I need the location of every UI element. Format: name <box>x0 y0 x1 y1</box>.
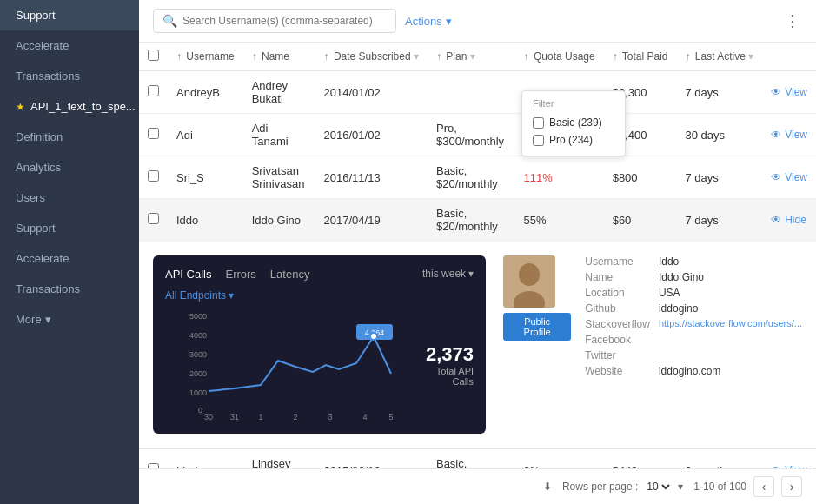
filter-dropdown: Filter Basic (239) Pro (234) <box>521 90 626 156</box>
sidebar-item-analytics[interactable]: Analytics <box>0 152 139 182</box>
user-facebook <box>659 334 802 346</box>
cell-date: 2016/11/13 <box>315 156 428 199</box>
table-row-expanded: Iddo Iddo Gino 2017/04/19 Basic, $20/mon… <box>139 199 816 242</box>
row-checkbox-cell[interactable] <box>139 114 168 156</box>
expanded-panel: API Calls Errors Latency this week ▾ <box>139 242 816 448</box>
sidebar-item-support1[interactable]: Support <box>0 0 139 30</box>
sidebar-item-transactions2[interactable]: Transactions <box>0 274 139 304</box>
row-checkbox[interactable] <box>148 463 159 468</box>
download-icon[interactable]: ⬇ <box>543 481 552 493</box>
cell-action[interactable]: 👁 View <box>762 156 816 199</box>
pagination: 1-10 of 100 ‹ › <box>693 476 802 497</box>
chart-controls: All Endpoints ▾ <box>165 289 474 302</box>
rows-per-page: Rows per page : 10 25 50 ▾ <box>562 480 683 494</box>
sidebar-item-transactions1[interactable]: Transactions <box>0 61 139 91</box>
prev-page-button[interactable]: ‹ <box>753 476 774 497</box>
row-checkbox[interactable] <box>148 85 159 96</box>
sidebar-item-definition[interactable]: Definition <box>0 122 139 152</box>
chevron-down-icon: ▾ <box>678 481 683 493</box>
row-checkbox[interactable] <box>148 170 159 182</box>
cell-action[interactable]: 👁 Hide <box>762 199 816 242</box>
table-row: Adi Adi Tanami 2016/01/02 Pro, $300/mont… <box>139 114 816 156</box>
search-icon: 🔍 <box>163 14 177 28</box>
col-last-active[interactable]: ↑ Last Active ▾ <box>676 43 762 71</box>
user-twitter <box>659 349 802 361</box>
week-selector[interactable]: this week ▾ <box>422 268 474 280</box>
search-box[interactable]: 🔍 <box>153 9 396 33</box>
tab-api-calls[interactable]: API Calls <box>165 268 211 281</box>
chart-tabs: API Calls Errors Latency this week ▾ <box>165 268 474 281</box>
cell-date: 2015/06/16 <box>315 449 428 469</box>
svg-point-17 <box>519 263 540 286</box>
eye-icon: 👁 <box>771 464 781 468</box>
filter-option-pro[interactable]: Pro (234) <box>533 131 614 149</box>
user-website: iddogino.com <box>659 365 802 377</box>
row-checkbox-cell[interactable] <box>139 71 168 114</box>
chart-stats: 2,373 Total API Calls <box>426 343 474 387</box>
sidebar-item-accelerate2[interactable]: Accelerate <box>0 243 139 274</box>
row-checkbox-cell[interactable] <box>139 449 168 469</box>
col-name[interactable]: ↑ Name <box>243 43 315 71</box>
facebook-label: Facebook <box>585 334 650 346</box>
svg-text:4000: 4000 <box>189 331 207 340</box>
rows-per-page-select[interactable]: 10 25 50 <box>643 480 673 494</box>
actions-button[interactable]: Actions ▾ <box>405 15 452 28</box>
cell-date: 2017/04/19 <box>315 199 428 242</box>
cell-action[interactable]: 👁 View <box>762 449 816 469</box>
col-total-paid[interactable]: ↑ Total Paid <box>604 43 677 71</box>
cell-quota: 111% <box>515 156 604 199</box>
col-username[interactable]: ↑ Username <box>168 43 243 71</box>
cell-name: Srivatsan Srinivasan <box>243 156 315 199</box>
cell-plan: Basic, $20/monthly <box>428 199 515 242</box>
eye-icon: 👁 <box>771 214 781 226</box>
user-info-grid: Username Iddo Name Iddo Gino Location US… <box>585 255 802 434</box>
tab-errors[interactable]: Errors <box>225 268 255 281</box>
col-date[interactable]: ↑ Date Subscribed ▾ <box>315 43 428 71</box>
row-checkbox-cell[interactable] <box>139 199 168 242</box>
sidebar-item-api[interactable]: ★ API_1_text_to_spe... <box>0 91 139 122</box>
search-input[interactable] <box>182 15 374 27</box>
col-plan[interactable]: ↑ Plan ▾ <box>428 43 515 71</box>
username-label: Username <box>585 255 650 268</box>
cell-quota: 55% <box>515 199 604 242</box>
star-icon: ★ <box>16 101 25 113</box>
row-checkbox[interactable] <box>148 128 159 139</box>
cell-plan: Pro, $300/monthly <box>428 114 515 156</box>
col-quota[interactable]: ↑ Quota Usage <box>515 43 604 71</box>
table-container: Filter Basic (239) Pro (234) ↑ Username … <box>139 43 816 468</box>
avatar-image <box>503 255 555 308</box>
public-profile-button[interactable]: Public Profile <box>503 313 571 341</box>
svg-text:30: 30 <box>204 413 213 421</box>
cell-name: Iddo Gino <box>243 199 315 242</box>
svg-text:2: 2 <box>293 413 297 421</box>
cell-action[interactable]: 👁 View <box>762 114 816 156</box>
cell-date: 2014/01/02 <box>315 71 428 114</box>
sidebar-item-support2[interactable]: Support <box>0 213 139 243</box>
filter-option-basic[interactable]: Basic (239) <box>533 114 614 131</box>
sidebar-item-users[interactable]: Users <box>0 182 139 213</box>
select-all-header[interactable] <box>139 43 168 71</box>
row-checkbox[interactable] <box>148 213 159 224</box>
svg-point-8 <box>370 333 377 340</box>
eye-icon: 👁 <box>771 86 781 98</box>
user-avatar <box>503 255 555 308</box>
all-endpoints-selector[interactable]: All Endpoints ▾ <box>165 289 234 302</box>
more-options-button[interactable]: ⋮ <box>785 11 802 30</box>
cell-username: Sri_S <box>168 156 243 199</box>
cell-action[interactable]: 👁 View <box>762 71 816 114</box>
sidebar: Support Accelerate Transactions ★ API_1_… <box>0 0 139 504</box>
github-label: Github <box>585 302 650 315</box>
next-page-button[interactable]: › <box>781 476 802 497</box>
tab-latency[interactable]: Latency <box>270 268 310 281</box>
sidebar-item-accelerate1[interactable]: Accelerate <box>0 30 139 61</box>
filter-basic-checkbox[interactable] <box>533 117 544 129</box>
filter-pro-checkbox[interactable] <box>533 135 544 146</box>
cell-last-active: 7 days <box>676 71 762 114</box>
svg-text:3: 3 <box>328 413 332 421</box>
user-location: USA <box>659 287 802 299</box>
twitter-label: Twitter <box>585 349 650 361</box>
select-all-checkbox[interactable] <box>148 50 159 61</box>
row-checkbox-cell[interactable] <box>139 156 168 199</box>
cell-quota: 0% <box>515 449 604 469</box>
sidebar-item-more[interactable]: More ▾ <box>0 304 139 335</box>
